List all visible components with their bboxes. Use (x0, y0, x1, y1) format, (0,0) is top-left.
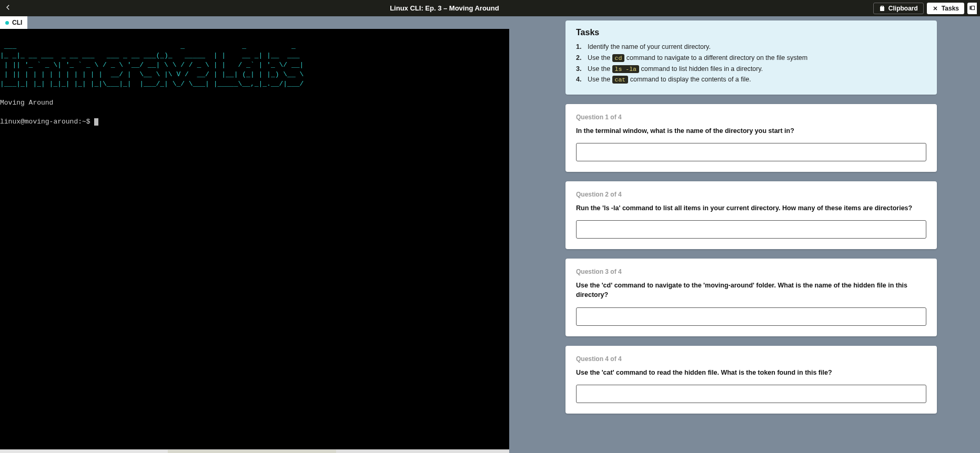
terminal-prompt: linux@moving-around:~$ (0, 118, 94, 126)
question-label: Question 2 of 4 (576, 191, 926, 198)
question-text: Use the 'cat' command to read the hidden… (576, 368, 926, 377)
question-card: Question 4 of 4 Use the 'cat' command to… (565, 346, 937, 414)
tab-label: CLI (12, 19, 22, 26)
question-text: Run the 'ls -la' command to list all ite… (576, 203, 926, 213)
question-label: Question 1 of 4 (576, 114, 926, 121)
chevron-left-icon (4, 4, 12, 13)
question-label: Question 3 of 4 (576, 268, 926, 275)
clipboard-button[interactable]: Clipboard (873, 3, 924, 14)
question-text: In the terminal window, what is the name… (576, 126, 926, 136)
tasks-card: Tasks Identify the name of your current … (565, 20, 937, 95)
question-card: Question 3 of 4 Use the 'cd' command to … (565, 259, 937, 336)
answer-input[interactable] (576, 385, 926, 403)
terminal-cursor (94, 118, 98, 126)
task-item: Identify the name of your current direct… (576, 42, 926, 53)
side-panel-button[interactable] (967, 3, 977, 14)
terminal-subtitle: Moving Around (0, 99, 53, 107)
tab-strip: CLI (0, 16, 27, 29)
os-taskbar (0, 449, 509, 453)
terminal[interactable]: ___ _ _ _ |_ _|_ __ ___ _ __ ___ ___ _ _… (0, 29, 509, 453)
task-text: Use the (588, 76, 612, 83)
ascii-banner: ___ _ _ _ |_ _|_ __ ___ _ __ ___ ___ _ _… (0, 42, 337, 88)
task-text: command to display the contents of a fil… (628, 76, 751, 83)
task-text: Use the (588, 54, 612, 61)
answer-input[interactable] (576, 143, 926, 161)
question-text: Use the 'cd' command to navigate to the … (576, 281, 926, 300)
task-item: Use the cat command to display the conte… (576, 74, 926, 85)
question-card: Question 2 of 4 Run the 'ls -la' command… (565, 181, 937, 249)
svg-rect-1 (972, 6, 975, 9)
top-bar: Linux CLI: Ep. 3 – Moving Around Clipboa… (0, 0, 980, 16)
panel-icon (969, 4, 975, 13)
header-actions: Clipboard Tasks (873, 3, 980, 14)
page-title: Linux CLI: Ep. 3 – Moving Around (16, 4, 873, 12)
back-button[interactable] (0, 0, 16, 16)
question-label: Question 4 of 4 (576, 355, 926, 363)
answer-input[interactable] (576, 307, 926, 326)
tasks-heading: Tasks (576, 28, 926, 37)
tab-cli[interactable]: CLI (0, 16, 27, 29)
task-item: Use the cd command to navigate to a diff… (576, 53, 926, 64)
clipboard-label: Clipboard (888, 5, 918, 12)
code-pill: ls -la (612, 65, 639, 73)
tasks-sidebar: Tasks Identify the name of your current … (509, 16, 980, 453)
tasks-list: Identify the name of your current direct… (576, 42, 926, 85)
code-pill: cat (612, 76, 629, 84)
task-text: command to navigate to a different direc… (624, 54, 807, 61)
code-pill: cd (612, 54, 625, 62)
status-dot-icon (5, 21, 9, 25)
close-icon (932, 5, 938, 12)
tasks-toggle-button[interactable]: Tasks (927, 3, 964, 14)
clipboard-icon (879, 5, 885, 12)
answer-input[interactable] (576, 220, 926, 239)
task-item: Use the ls -la command to list hidden fi… (576, 64, 926, 75)
tasks-toggle-label: Tasks (942, 5, 959, 12)
question-card: Question 1 of 4 In the terminal window, … (565, 104, 937, 172)
svg-rect-0 (970, 6, 971, 9)
task-text: Use the (588, 65, 612, 73)
task-text: Identify the name of your current direct… (588, 43, 711, 50)
task-text: command to list hidden files in a direct… (639, 65, 763, 73)
